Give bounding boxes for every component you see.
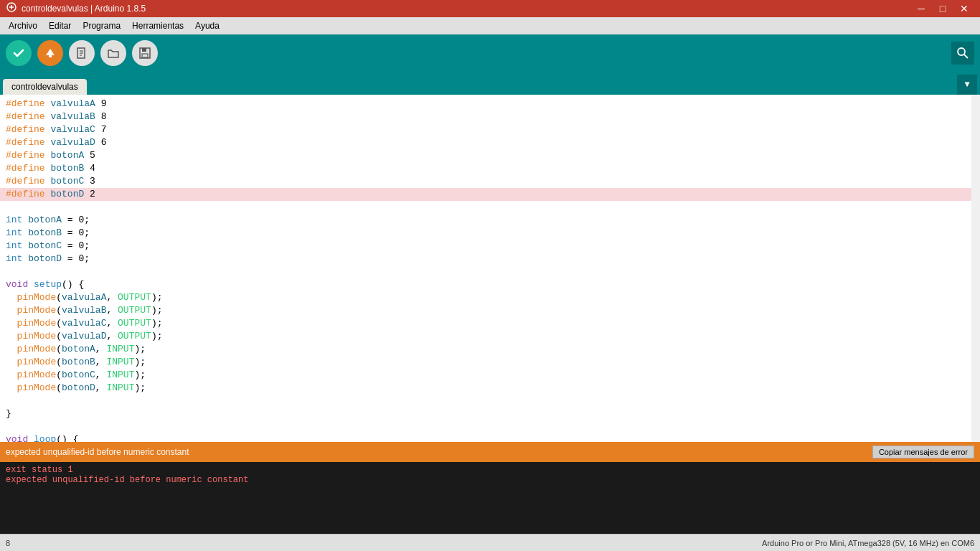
menu-editar[interactable]: Editar	[43, 19, 77, 32]
editor-content: #define valvulaA 9#define valvulaB 8#def…	[0, 95, 980, 442]
tabs-bar: controldevalvulas ▼	[0, 72, 980, 95]
svg-rect-4	[49, 55, 52, 57]
code-line: pinMode(valvulaD, OUTPUT);	[0, 330, 980, 343]
menu-archivo[interactable]: Archivo	[3, 19, 43, 32]
code-line: #define valvulaA 9	[0, 98, 980, 110]
close-button[interactable]: ✕	[954, 1, 974, 16]
error-message: expected unqualified-id before numeric c…	[6, 447, 189, 457]
upload-button[interactable]	[37, 40, 63, 66]
minimize-button[interactable]: ─	[911, 1, 931, 16]
maximize-button[interactable]: □	[933, 1, 953, 16]
svg-rect-11	[142, 54, 148, 57]
code-line: int botonB = 0;	[0, 227, 980, 240]
new-button[interactable]	[69, 40, 95, 66]
console-area: exit status 1expected unqualified-id bef…	[0, 462, 980, 534]
code-line: #define botonD 2	[0, 188, 980, 201]
svg-rect-10	[142, 48, 146, 52]
svg-point-12	[958, 48, 965, 55]
tab-dropdown-button[interactable]: ▼	[957, 75, 977, 95]
toolbar	[0, 34, 980, 72]
save-button[interactable]	[132, 40, 158, 66]
menu-bar: Archivo Editar Programa Herramientas Ayu…	[0, 17, 980, 34]
copy-messages-button[interactable]: Copiar mensajes de error	[872, 446, 974, 458]
status-left: 8	[6, 539, 10, 547]
code-line: pinMode(botonC, INPUT);	[0, 369, 980, 382]
code-line: pinMode(valvulaC, OUTPUT);	[0, 317, 980, 330]
code-line: #define valvulaD 6	[0, 136, 980, 149]
status-bar: 8 Arduino Pro or Pro Mini, ATmega328 (5V…	[0, 534, 980, 551]
code-line: void loop() {	[0, 433, 980, 442]
app-icon	[6, 1, 17, 16]
editor-scroll[interactable]: #define valvulaA 9#define valvulaB 8#def…	[0, 95, 980, 442]
code-line: pinMode(botonA, INPUT);	[0, 343, 980, 356]
code-line: void setup() {	[0, 278, 980, 291]
title-bar: controldevalvulas | Arduino 1.8.5 ─ □ ✕	[0, 0, 980, 17]
code-line: #define valvulaB 8	[0, 110, 980, 123]
console-line: expected unqualified-id before numeric c…	[6, 475, 974, 485]
menu-herramientas[interactable]: Herramientas	[126, 19, 189, 32]
title-bar-controls: ─ □ ✕	[911, 1, 974, 16]
code-line	[0, 395, 980, 408]
svg-marker-3	[46, 49, 55, 55]
code-line: #define botonB 4	[0, 162, 980, 175]
console-line: exit status 1	[6, 465, 974, 475]
verify-button[interactable]	[6, 40, 32, 66]
menu-programa[interactable]: Programa	[77, 19, 126, 32]
menu-ayuda[interactable]: Ayuda	[189, 19, 225, 32]
error-bar: expected unqualified-id before numeric c…	[0, 442, 980, 462]
open-button[interactable]	[100, 40, 126, 66]
code-line: #define botonC 3	[0, 175, 980, 188]
code-line: #define valvulaC 7	[0, 123, 980, 136]
search-button[interactable]	[951, 42, 974, 65]
code-line: int botonA = 0;	[0, 214, 980, 227]
main-layout: controldevalvulas | Arduino 1.8.5 ─ □ ✕ …	[0, 0, 980, 551]
code-line: }	[0, 408, 980, 420]
code-line: pinMode(botonB, INPUT);	[0, 356, 980, 369]
code-line: #define botonA 5	[0, 149, 980, 162]
code-line: pinMode(botonD, INPUT);	[0, 382, 980, 395]
tab-controldevalvulas[interactable]: controldevalvulas	[3, 79, 87, 95]
code-line: pinMode(valvulaB, OUTPUT);	[0, 304, 980, 317]
code-line	[0, 201, 980, 214]
code-line: int botonC = 0;	[0, 240, 980, 253]
svg-line-13	[964, 55, 968, 58]
title-bar-title: controldevalvulas | Arduino 1.8.5	[22, 4, 146, 14]
code-line: int botonD = 0;	[0, 253, 980, 265]
title-bar-left: controldevalvulas | Arduino 1.8.5	[6, 1, 146, 16]
code-line: pinMode(valvulaA, OUTPUT);	[0, 291, 980, 304]
status-right: Arduino Pro or Pro Mini, ATmega328 (5V, …	[762, 539, 974, 547]
code-line	[0, 265, 980, 278]
code-line	[0, 420, 980, 433]
